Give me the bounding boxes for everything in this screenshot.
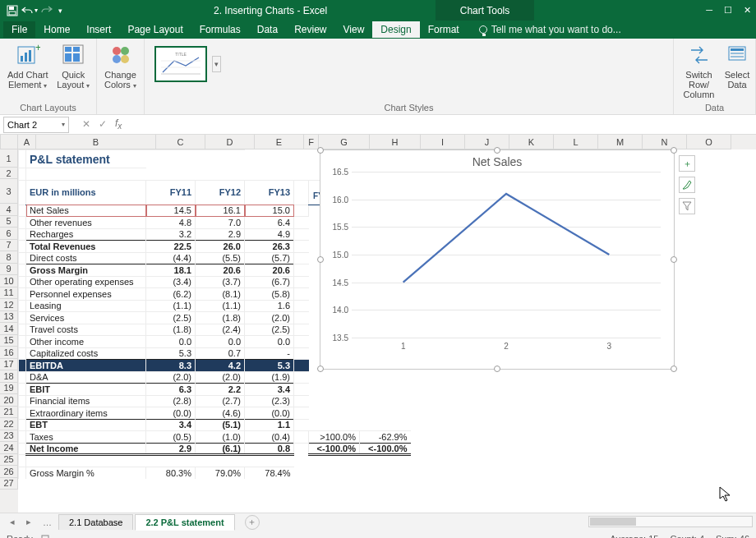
row-header[interactable]: 14 [0, 323, 18, 335]
column-header[interactable]: I [421, 135, 465, 149]
cell[interactable] [19, 455, 26, 467]
cell[interactable] [294, 431, 309, 444]
row-header[interactable]: 10 [0, 275, 18, 287]
cell[interactable] [19, 288, 26, 301]
row-header[interactable]: 1 [0, 149, 18, 168]
cell[interactable]: 20.6 [245, 264, 294, 277]
horizontal-scrollbar[interactable] [588, 516, 753, 527]
cell[interactable]: (6.7) [245, 276, 294, 288]
cell[interactable]: (6.1) [196, 443, 245, 455]
quick-layout-button[interactable]: Quick Layout ▾ [55, 42, 91, 91]
tell-me-search[interactable]: Tell me what you want to do... [479, 24, 621, 35]
cell[interactable] [19, 217, 26, 229]
cell[interactable]: (1.1) [196, 300, 245, 312]
cell[interactable] [294, 217, 309, 229]
cell[interactable]: Other revenues [26, 217, 146, 229]
review-tab[interactable]: Review [286, 21, 334, 38]
column-header[interactable]: F [304, 135, 319, 149]
cell[interactable]: 6.4 [245, 217, 294, 229]
cell[interactable]: <-100.0% [360, 443, 411, 455]
maximize-button[interactable]: ☐ [724, 5, 732, 16]
cell[interactable]: (2.0) [245, 312, 294, 324]
cell[interactable]: Recharges [26, 228, 146, 241]
cell[interactable] [19, 241, 26, 253]
cell[interactable]: (2.4) [196, 324, 245, 336]
cell[interactable] [19, 312, 26, 324]
change-colors-button[interactable]: Change Colors ▾ [102, 42, 139, 91]
resize-handle[interactable] [671, 147, 677, 154]
cell[interactable]: - [245, 347, 294, 360]
cell[interactable] [19, 336, 26, 348]
cell[interactable] [294, 360, 309, 372]
cell[interactable] [19, 252, 26, 264]
cell[interactable] [26, 455, 146, 467]
cell[interactable] [19, 431, 26, 444]
new-sheet-button[interactable]: ＋ [245, 515, 260, 530]
cell[interactable] [19, 264, 26, 277]
cell[interactable]: (4.4) [146, 252, 196, 264]
cell[interactable]: (2.0) [196, 371, 245, 384]
column-header[interactable]: E [255, 135, 304, 149]
cell[interactable]: (5.8) [245, 288, 294, 301]
cell[interactable] [19, 360, 26, 372]
select-all-corner[interactable] [0, 135, 18, 149]
cell[interactable]: 0.8 [245, 443, 294, 455]
resize-handle[interactable] [494, 147, 500, 154]
row-header[interactable]: 25 [0, 454, 18, 467]
cell[interactable]: 2.9 [196, 228, 245, 241]
cell[interactable]: 4.8 [146, 217, 196, 229]
cell[interactable]: (2.8) [146, 395, 196, 407]
cell[interactable] [19, 467, 26, 479]
cell[interactable] [294, 407, 309, 420]
cell[interactable]: (0.0) [146, 407, 196, 420]
cell[interactable]: Total Revenues [26, 241, 146, 253]
cell[interactable] [294, 205, 309, 217]
embedded-chart[interactable]: Net Sales 13.514.014.515.015.516.016.512… [320, 149, 675, 370]
cell[interactable]: Direct costs [26, 252, 146, 264]
cell[interactable] [26, 168, 146, 181]
cell[interactable] [294, 276, 309, 288]
cell[interactable] [19, 419, 26, 431]
insert-tab[interactable]: Insert [78, 21, 119, 38]
cell[interactable]: (1.1) [146, 300, 196, 312]
cell[interactable] [19, 395, 26, 407]
cell[interactable] [19, 150, 26, 168]
resize-handle[interactable] [317, 366, 324, 372]
cell[interactable] [19, 443, 26, 455]
design-tab[interactable]: Design [372, 21, 419, 38]
redo-icon[interactable] [41, 5, 53, 16]
cell[interactable]: 4.2 [196, 360, 245, 372]
enter-formula-icon[interactable]: ✓ [99, 118, 107, 130]
cell[interactable]: 78.4% [245, 467, 294, 479]
cell[interactable]: (4.6) [196, 407, 245, 420]
page-layout-tab[interactable]: Page Layout [119, 21, 191, 38]
cell[interactable]: (5.1) [196, 419, 245, 431]
cell[interactable]: Other income [26, 336, 146, 348]
row-header[interactable]: 19 [0, 383, 18, 395]
row-header[interactable]: 7 [0, 240, 18, 252]
cell[interactable]: 22.5 [146, 241, 196, 253]
row-header[interactable]: 2 [0, 168, 18, 179]
name-box[interactable]: Chart 2▾ [3, 117, 69, 133]
column-header[interactable]: H [370, 135, 421, 149]
cell[interactable]: 18.1 [146, 264, 196, 277]
cell[interactable]: >100.0% [309, 431, 360, 444]
cell[interactable]: Gross Margin % [26, 467, 146, 479]
cell[interactable]: Extraordinary items [26, 407, 146, 420]
cell[interactable] [294, 443, 309, 455]
row-header[interactable]: 26 [0, 466, 18, 478]
cell[interactable] [294, 395, 309, 407]
cell[interactable]: EUR in millions [26, 180, 146, 205]
cell[interactable]: 14.5 [146, 205, 196, 217]
cell[interactable] [294, 252, 309, 264]
cell[interactable]: D&A [26, 371, 146, 384]
cell[interactable]: Travel costs [26, 324, 146, 336]
resize-handle[interactable] [494, 366, 500, 372]
resize-handle[interactable] [671, 256, 677, 263]
undo-icon[interactable]: ▾ [21, 6, 38, 16]
cell[interactable]: (1.8) [146, 324, 196, 336]
cell[interactable] [19, 371, 26, 384]
row-header[interactable]: 13 [0, 311, 18, 324]
cell[interactable] [294, 180, 309, 205]
resize-handle[interactable] [317, 147, 324, 154]
